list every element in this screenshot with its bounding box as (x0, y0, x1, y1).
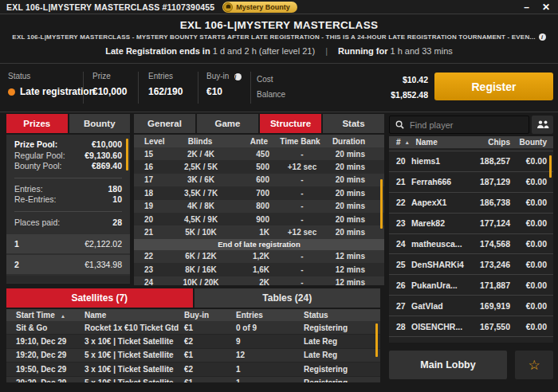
briefcase-icon (223, 2, 233, 12)
tab[interactable]: General (134, 114, 195, 133)
satellite-row[interactable]: 19:50, Dec 29 3 x 10€ | Ticket Satellite… (6, 363, 380, 376)
status-block: Status Late registration (8, 72, 95, 97)
titlebar: EXL 106-L|MYSTERY MASTERCLASS #110739045… (0, 0, 558, 14)
divider (198, 72, 198, 104)
entries-value: 162/190 (148, 86, 183, 97)
close-button[interactable]: ✕ (542, 1, 550, 14)
player-row[interactable]: 24 matheusca... 174,568 €0.00 (389, 234, 553, 255)
col-start-time[interactable]: Start Time▲ (6, 311, 84, 319)
tab[interactable]: Prizes (6, 114, 68, 133)
tournament-lobby-window: EXL 106-L|MYSTERY MASTERCLASS #110739045… (0, 0, 558, 392)
col-bounty[interactable]: Bounty (510, 138, 553, 147)
player-search-row (389, 116, 553, 134)
pool-row: Regular Pool:€9,130.60 (6, 151, 130, 162)
satellite-row[interactable]: 20:20, Dec 29 5 x 10€ | Ticket Satellite… (6, 377, 380, 382)
scrollbar-thumb[interactable] (549, 155, 552, 178)
player-row[interactable]: 29 MstAristant 165,262 €0.00 (389, 337, 553, 343)
buyin-block: Buy-in i €10 (206, 72, 242, 97)
structure-row: 19 4K / 8K 800 - 20 mins (134, 200, 384, 213)
people-icon (536, 118, 549, 132)
col-buyin[interactable]: Buy-in (184, 311, 236, 319)
col-ante: Ante (232, 137, 268, 146)
satellites-panel: Start Time▲ Name Buy-in Entries Status S… (6, 309, 380, 382)
sort-asc-icon: ▲ (405, 139, 416, 145)
entries-block: Entries 162/190 (148, 72, 183, 97)
col-duration: Duration (332, 137, 384, 146)
col-blinds: Blinds (169, 137, 232, 146)
scrollbar-thumb[interactable] (375, 323, 378, 357)
info-icon[interactable]: i (539, 33, 546, 41)
late-reg-label: Late Registration ends in (105, 46, 210, 56)
page-title: EXL 106-L|MYSTERY MASTERCLASS (0, 19, 558, 31)
pool-row: Bounty Pool:€869.40 (6, 161, 130, 172)
late-registration-line: Late Registration ends in 1 d and 2 h (a… (0, 46, 558, 56)
col-rank[interactable]: # (389, 138, 401, 147)
window-controls: – ✕ (524, 1, 550, 14)
tab[interactable]: Structure (260, 114, 321, 133)
prizes-panel: Prize Pool:€10,000Regular Pool:€9,130.60… (6, 135, 130, 284)
search-input[interactable] (410, 120, 523, 130)
entries-label: Entries (148, 72, 183, 80)
player-row[interactable]: 23 Marek82 177,124 €0.00 (389, 214, 553, 234)
subtitle-text: EXL 106-L|MYSTERY MASTERCLASS - MYSTERY … (12, 33, 535, 41)
main-lobby-button[interactable]: Main Lobby (389, 351, 507, 379)
buyin-value: €10 (206, 86, 242, 97)
tab[interactable]: Satellites (7) (6, 288, 193, 308)
satellite-row[interactable]: Sit & Go Rocket 1x €10 Ticket Gtd €1 0 o… (6, 321, 380, 335)
col-chips[interactable]: Chips (464, 138, 510, 147)
structure-row: 16 2,5K / 5K 500 +12 sec 20 mins (134, 160, 384, 173)
player-row[interactable]: 22 AapexX1 186,738 €0.00 (389, 193, 553, 214)
status-dot (8, 88, 15, 96)
tournament-subtitle: EXL 106-L|MYSTERY MASTERCLASS - MYSTERY … (0, 33, 558, 41)
satellite-row[interactable]: 19:20, Dec 29 5 x 10€ | Ticket Satellite… (6, 349, 380, 363)
player-row[interactable]: 25 DenSHARKi4 173,246 €0.00 (389, 254, 553, 275)
structure-row: 20 4,5K / 9K 900 - 20 mins (134, 213, 384, 225)
divider (250, 72, 251, 104)
structure-table-header: Level Blinds Ante Time Bank Duration (134, 135, 384, 147)
col-name[interactable]: Name (416, 138, 464, 147)
players-list-button[interactable] (532, 116, 553, 134)
col-name[interactable]: Name (84, 311, 184, 319)
tab[interactable]: Bounty (69, 114, 131, 133)
player-row[interactable]: 27 GatVlad 169,919 €0.00 (389, 296, 553, 316)
tab[interactable]: Game (197, 114, 258, 133)
minimize-button[interactable]: – (524, 1, 529, 14)
structure-row: 21 5K / 10K 1K +12 sec 20 mins (134, 225, 384, 238)
prize-block: Prize €10,000 (92, 72, 127, 97)
star-icon: ☆ (528, 357, 540, 374)
col-entries[interactable]: Entries (236, 311, 304, 319)
player-row[interactable]: 20 hiems1 188,257 €0.00 (389, 151, 553, 172)
sort-asc-icon: ▲ (61, 313, 65, 319)
entries-row: Re-Entries:10 (6, 194, 130, 206)
players-panel: # ▲ Name Chips Bounty 19 20 hiems1 188,2… (389, 136, 553, 343)
favorite-button[interactable]: ☆ (515, 351, 553, 379)
player-row[interactable]: 28 OISENCHR... 167,550 €0.00 (389, 316, 553, 337)
divider (138, 72, 139, 104)
running-label: Running for (338, 46, 387, 56)
search-box (389, 116, 529, 134)
tab[interactable]: Tables (24) (195, 288, 381, 308)
payout-row: 1€2,122.02 (6, 234, 130, 253)
separator: | (325, 46, 328, 56)
col-status[interactable]: Status (304, 311, 380, 319)
info-tabs: GeneralGameStructureStats (134, 114, 384, 133)
pool-row: Prize Pool:€10,000 (6, 139, 130, 151)
structure-row: 22 6K / 12K 1,2K - 12 mins (134, 250, 384, 263)
structure-row: 18 3,5K / 7K 700 - 20 mins (134, 186, 384, 199)
cost-balance-block: Cost $10.42 Balance $1,852.48 (257, 75, 428, 105)
col-timebank: Time Bank (268, 137, 332, 146)
tournament-header: EXL 106-L|MYSTERY MASTERCLASS EXL 106-L|… (0, 15, 558, 64)
scrollbar-thumb[interactable] (126, 139, 128, 171)
satellites-tables-tabs: Satellites (7)Tables (24) (6, 288, 380, 308)
player-row[interactable]: 21 Ferrah666 187,129 €0.00 (389, 172, 553, 193)
register-button[interactable]: Register (434, 73, 553, 100)
scrollbar-thumb[interactable] (380, 179, 383, 229)
buyin-info-icon[interactable]: i (234, 73, 242, 80)
tab[interactable]: Stats (323, 114, 384, 133)
cost-value: $10.42 (403, 75, 428, 84)
col-level: Level (134, 137, 169, 146)
player-row[interactable]: 26 PukanUra... 171,887 €0.00 (389, 275, 553, 296)
satellite-row[interactable]: 19:10, Dec 29 3 x 10€ | Ticket Satellite… (6, 335, 380, 348)
prize-label: Prize (92, 72, 127, 80)
window-title: EXL 106-L|MYSTERY MASTERCLASS #110739045… (6, 2, 214, 12)
